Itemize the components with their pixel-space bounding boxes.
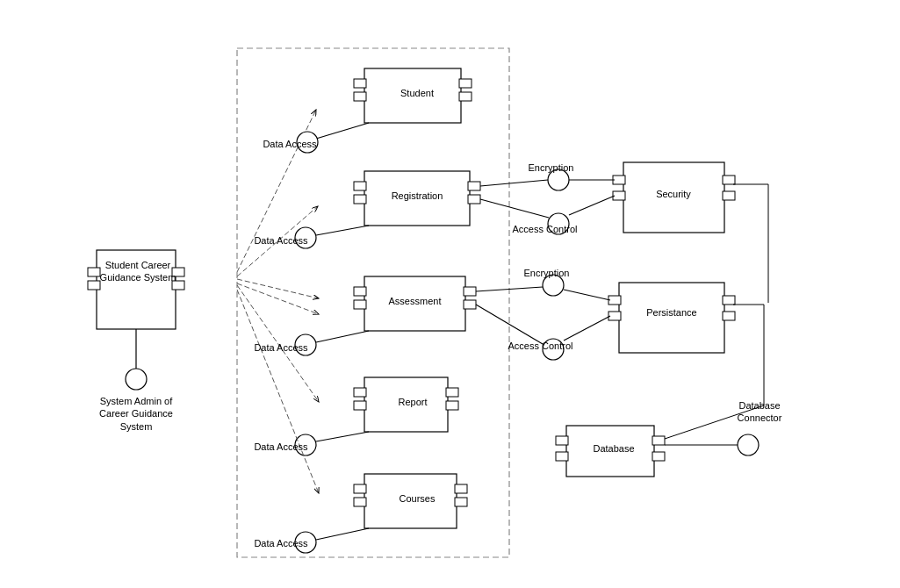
svg-rect-37 xyxy=(446,388,458,397)
data-access-4-label: Data Access xyxy=(250,441,312,452)
encryption-2-label: Encryption xyxy=(514,268,580,278)
svg-rect-21 xyxy=(468,195,480,204)
svg-line-56 xyxy=(480,180,548,186)
diagram-container: Student Career Guidance System System Ad… xyxy=(0,0,900,588)
data-access-5-label: Data Access xyxy=(250,538,312,549)
svg-rect-60 xyxy=(619,283,724,353)
svg-line-41 xyxy=(237,290,319,493)
svg-rect-2 xyxy=(88,281,100,290)
svg-rect-28 xyxy=(354,300,366,309)
svg-rect-63 xyxy=(723,296,735,305)
svg-rect-10 xyxy=(354,79,366,88)
database-connector-label: Database Connector xyxy=(720,399,799,425)
svg-rect-36 xyxy=(354,401,366,410)
svg-rect-50 xyxy=(613,176,625,184)
svg-line-65 xyxy=(564,290,610,300)
registration-label: Registration xyxy=(373,190,461,201)
svg-rect-13 xyxy=(459,92,472,101)
report-label: Report xyxy=(382,397,443,407)
system-admin-label: System Admin of Career Guidance System xyxy=(88,395,184,433)
svg-line-57 xyxy=(569,196,615,215)
svg-rect-38 xyxy=(446,401,458,410)
svg-rect-27 xyxy=(354,287,366,296)
svg-line-24 xyxy=(237,279,319,298)
svg-rect-44 xyxy=(354,498,366,506)
data-access-2-label: Data Access xyxy=(250,235,312,246)
svg-rect-45 xyxy=(455,484,467,493)
svg-rect-19 xyxy=(354,195,366,204)
access-control-1-label: Access Control xyxy=(508,224,582,234)
encryption-1-label: Encryption xyxy=(518,162,584,173)
svg-rect-18 xyxy=(354,182,366,190)
svg-rect-30 xyxy=(464,300,476,309)
assessment-label: Assessment xyxy=(373,296,457,306)
svg-rect-46 xyxy=(455,498,467,506)
student-label: Student xyxy=(382,88,452,98)
svg-rect-12 xyxy=(459,79,472,88)
data-access-3-label: Data Access xyxy=(250,342,312,353)
svg-line-31 xyxy=(316,331,369,342)
svg-line-25 xyxy=(237,283,319,314)
database-label: Database xyxy=(579,443,649,454)
svg-point-6 xyxy=(126,369,147,390)
svg-line-39 xyxy=(316,432,369,441)
persistance-label: Persistance xyxy=(628,307,716,318)
svg-rect-61 xyxy=(608,296,621,305)
svg-line-22 xyxy=(316,226,369,235)
svg-rect-11 xyxy=(354,92,366,101)
courses-label: Courses xyxy=(382,493,452,504)
svg-rect-29 xyxy=(464,287,476,296)
svg-rect-53 xyxy=(723,191,735,200)
svg-rect-64 xyxy=(723,312,735,320)
data-access-1-label: Data Access xyxy=(259,139,320,149)
svg-rect-75 xyxy=(652,452,665,461)
svg-rect-74 xyxy=(652,436,665,445)
svg-line-68 xyxy=(564,316,610,341)
security-label: Security xyxy=(634,189,713,199)
main-system-label: Student Career Guidance System xyxy=(99,259,176,284)
svg-rect-51 xyxy=(613,191,625,200)
svg-rect-1 xyxy=(88,268,100,276)
svg-rect-62 xyxy=(608,312,621,320)
svg-rect-52 xyxy=(723,176,735,184)
access-control-2-label: Access Control xyxy=(503,341,578,351)
svg-line-14 xyxy=(316,123,369,139)
svg-rect-73 xyxy=(556,452,568,461)
svg-line-47 xyxy=(316,528,369,540)
svg-rect-43 xyxy=(354,484,366,493)
svg-line-59 xyxy=(480,199,549,218)
svg-rect-72 xyxy=(556,436,568,445)
svg-rect-20 xyxy=(468,182,480,190)
svg-point-77 xyxy=(738,434,759,455)
svg-rect-35 xyxy=(354,388,366,397)
